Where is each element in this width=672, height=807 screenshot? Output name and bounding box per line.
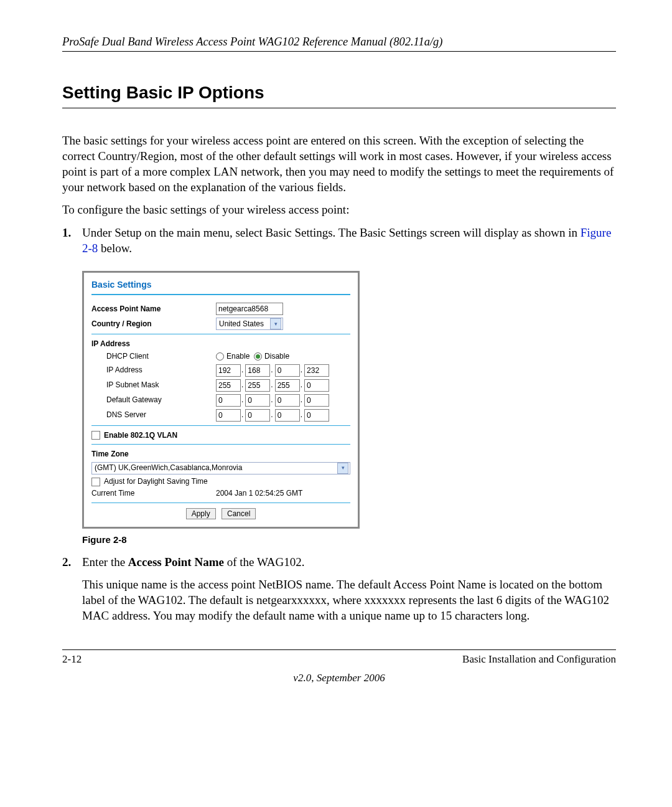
apn-label: Access Point Name: [91, 304, 216, 314]
page-number: 2-12: [62, 653, 82, 666]
panel-title: Basic Settings: [91, 279, 350, 290]
doc-header: ProSafe Dual Band Wireless Access Point …: [62, 34, 616, 52]
dst-checkbox[interactable]: [91, 478, 100, 486]
dhcp-disable-radio[interactable]: [254, 352, 262, 361]
dns-label: DNS Server: [91, 410, 216, 420]
dst-label: Adjust for Daylight Saving Time: [104, 477, 208, 487]
ct-label: Current Time: [91, 489, 216, 499]
step-1-text-b: below.: [98, 242, 132, 255]
divider: [91, 444, 350, 445]
step-2: 2. Enter the Access Point Name of the WA…: [62, 555, 616, 631]
step-2-paragraph: This unique name is the access point Net…: [82, 577, 616, 623]
lead-in: To configure the basic settings of your …: [62, 202, 616, 218]
mask-oct-2[interactable]: [245, 379, 270, 392]
dhcp-label: DHCP Client: [91, 352, 216, 362]
step-1: 1. Under Setup on the main menu, select …: [62, 225, 616, 256]
basic-settings-panel: Basic Settings Access Point Name Country…: [82, 271, 360, 529]
step-2-keyword: Access Point Name: [128, 555, 224, 569]
divider: [91, 503, 350, 503]
gw-label: Default Gateway: [91, 395, 216, 405]
tz-value: (GMT) UK,GreenWich,Casablanca,Monrovia: [95, 463, 242, 473]
tz-head: Time Zone: [91, 450, 350, 460]
gw-oct-1[interactable]: [216, 394, 241, 407]
page-title: Setting Basic IP Options: [62, 82, 616, 108]
dns-oct-1[interactable]: [216, 409, 241, 422]
intro-paragraph: The basic settings for your wireless acc…: [62, 133, 616, 195]
divider: [91, 425, 350, 426]
figure-2-8: Basic Settings Access Point Name Country…: [82, 271, 616, 529]
footer-version: v2.0, September 2006: [62, 671, 616, 685]
dns-oct-4[interactable]: [304, 409, 329, 422]
ct-value: 2004 Jan 1 02:54:25 GMT: [216, 489, 302, 499]
divider: [91, 334, 350, 334]
tz-select[interactable]: (GMT) UK,GreenWich,Casablanca,Monrovia ▾: [91, 462, 350, 474]
step-2-text-a: Enter the: [82, 555, 128, 569]
ip-label: IP Address: [91, 366, 216, 375]
gw-oct-2[interactable]: [245, 394, 270, 407]
chevron-down-icon: ▾: [270, 318, 281, 329]
mask-oct-1[interactable]: [216, 379, 241, 392]
cancel-button[interactable]: Cancel: [222, 508, 256, 519]
mask-oct-3[interactable]: [275, 379, 300, 392]
ip-oct-2[interactable]: [245, 364, 270, 377]
step-1-text-a: Under Setup on the main menu, select Bas…: [82, 226, 581, 239]
apply-button[interactable]: Apply: [186, 508, 216, 519]
footer-rule: [62, 649, 616, 650]
ip-oct-3[interactable]: [275, 364, 300, 377]
footer: 2-12 Basic Installation and Configuratio…: [62, 653, 616, 666]
dhcp-enable-radio[interactable]: [216, 352, 224, 361]
gw-oct-3[interactable]: [275, 394, 300, 407]
apn-input[interactable]: [216, 303, 283, 315]
footer-section: Basic Installation and Configuration: [462, 653, 616, 666]
chevron-down-icon: ▾: [337, 463, 348, 474]
divider: [91, 294, 350, 295]
ip-head: IP Address: [91, 339, 350, 349]
ip-oct-1[interactable]: [216, 364, 241, 377]
dns-oct-2[interactable]: [245, 409, 270, 422]
ip-oct-4[interactable]: [304, 364, 329, 377]
mask-label: IP Subnet Mask: [91, 380, 216, 390]
dns-oct-3[interactable]: [275, 409, 300, 422]
mask-oct-4[interactable]: [304, 379, 329, 392]
gw-oct-4[interactable]: [304, 394, 329, 407]
step-2-text-b: of the WAG102.: [224, 555, 304, 569]
disable-label: Disable: [264, 352, 289, 362]
country-select[interactable]: United States ▾: [216, 318, 283, 330]
enable-label: Enable: [226, 352, 250, 362]
country-value: United States: [219, 319, 264, 329]
figure-caption: Figure 2-8: [82, 534, 616, 546]
vlan-checkbox[interactable]: [91, 431, 100, 440]
country-label: Country / Region: [91, 319, 216, 329]
vlan-label: Enable 802.1Q VLAN: [104, 431, 177, 441]
